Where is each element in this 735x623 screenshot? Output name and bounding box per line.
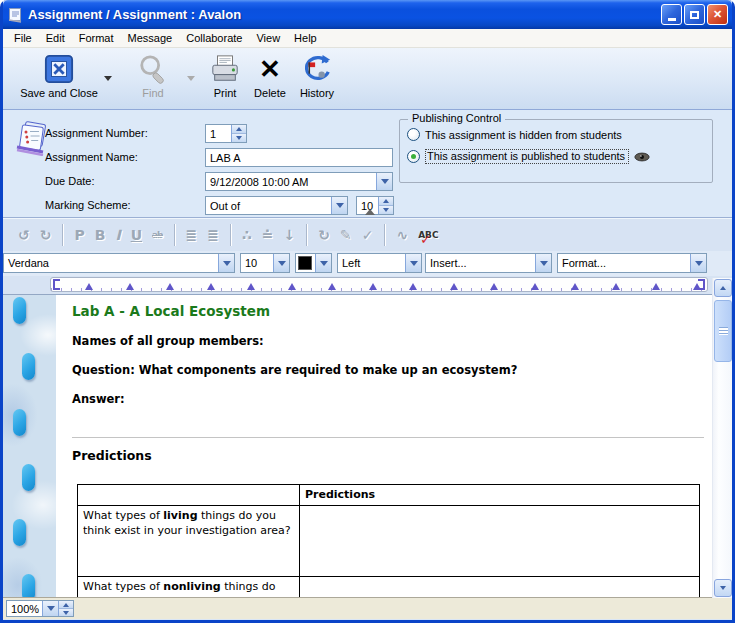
scroll-down-icon[interactable] bbox=[714, 579, 732, 597]
ruler-tab-marker-icon[interactable] bbox=[328, 283, 336, 290]
menu-help[interactable]: Help bbox=[287, 30, 324, 46]
delete-button[interactable]: ✕ Delete bbox=[247, 54, 293, 99]
header-cell-empty[interactable] bbox=[78, 485, 300, 506]
ruler-tab-marker-icon[interactable] bbox=[693, 283, 701, 290]
marking-scheme-dropdown-icon[interactable] bbox=[331, 197, 347, 214]
marking-points-stepper[interactable]: 10 bbox=[356, 196, 394, 215]
ruler-tab-marker-icon[interactable] bbox=[652, 283, 660, 290]
minimize-icon bbox=[668, 18, 676, 21]
undo-icon[interactable]: ↺ bbox=[18, 225, 30, 245]
due-date-dropdown-icon[interactable] bbox=[376, 173, 392, 190]
zoom-dropdown-icon[interactable] bbox=[42, 601, 58, 616]
font-color-combo[interactable] bbox=[295, 253, 332, 273]
edit-pencil-icon[interactable]: ✎ bbox=[340, 225, 352, 245]
ruler-bar[interactable] bbox=[50, 277, 708, 292]
minimize-button[interactable] bbox=[661, 4, 682, 25]
zoom-spinner-icon[interactable] bbox=[58, 601, 73, 616]
ruler-tab-marker-icon[interactable] bbox=[450, 283, 458, 290]
ruler-tab-marker-icon[interactable] bbox=[409, 283, 417, 290]
italic-icon[interactable]: I bbox=[115, 225, 120, 245]
published-option-row[interactable]: This assignment is published to students bbox=[407, 149, 650, 164]
redo-icon[interactable]: ↻ bbox=[40, 225, 52, 245]
font-family-dropdown-icon[interactable] bbox=[218, 254, 234, 272]
hidden-option-row[interactable]: This assignment is hidden from students bbox=[407, 128, 622, 141]
ruler-tab-marker-icon[interactable] bbox=[571, 283, 579, 290]
font-color-dropdown-icon[interactable] bbox=[315, 254, 331, 272]
menu-format[interactable]: Format bbox=[72, 30, 121, 46]
save-and-close-button[interactable]: Save and Close bbox=[13, 54, 105, 99]
assignment-name-input[interactable]: LAB A bbox=[205, 148, 393, 167]
ruler-tab-marker-icon[interactable] bbox=[166, 283, 174, 290]
menu-collaborate[interactable]: Collaborate bbox=[179, 30, 249, 46]
find-button[interactable]: Find bbox=[125, 54, 181, 99]
format-dropdown-icon[interactable] bbox=[690, 254, 706, 272]
approve-check-icon[interactable]: ✓ bbox=[362, 225, 374, 245]
line-spacing-icon[interactable]: ≐ bbox=[262, 225, 274, 245]
font-size-dropdown-icon[interactable] bbox=[273, 254, 289, 272]
plain-text-icon[interactable]: P bbox=[74, 225, 84, 245]
save-options-arrow-icon[interactable] bbox=[104, 76, 112, 81]
table-row: What types of living things do you think… bbox=[78, 506, 700, 577]
spellcheck-icon[interactable]: ABC ✓ bbox=[418, 225, 438, 245]
menu-edit[interactable]: Edit bbox=[39, 30, 72, 46]
insert-dropdown-icon[interactable] bbox=[535, 254, 551, 272]
hidden-radio-label[interactable]: This assignment is hidden from students bbox=[425, 129, 622, 141]
format-combo[interactable]: Format... bbox=[557, 253, 707, 273]
ruler-tab-marker-icon[interactable] bbox=[531, 283, 539, 290]
ruler-tab-marker-icon[interactable] bbox=[247, 283, 255, 290]
underline-icon[interactable]: U bbox=[131, 225, 142, 245]
menu-message[interactable]: Message bbox=[121, 30, 180, 46]
published-radio-label[interactable]: This assignment is published to students bbox=[425, 149, 629, 164]
menu-view[interactable]: View bbox=[249, 30, 287, 46]
document-area[interactable]: Lab A - A Local Ecosystem Names of all g… bbox=[3, 294, 732, 597]
ruler-tab-marker-icon[interactable] bbox=[126, 283, 134, 290]
vertical-scrollbar[interactable] bbox=[712, 278, 732, 598]
font-family-combo[interactable]: Verdana bbox=[3, 253, 235, 273]
menu-file[interactable]: File bbox=[7, 30, 39, 46]
title-bar[interactable]: Assignment / Assignment : Avalon ✕ bbox=[3, 0, 732, 29]
marking-scheme-combo[interactable]: Out of bbox=[205, 196, 348, 215]
ruler-tab-marker-icon[interactable] bbox=[85, 283, 93, 290]
marking-scheme-label: Marking Scheme: bbox=[45, 199, 131, 211]
move-down-icon[interactable]: ↓ bbox=[283, 225, 295, 245]
print-button[interactable]: Print bbox=[205, 54, 245, 99]
assignment-number-stepper[interactable]: 1 bbox=[205, 124, 247, 143]
ruler-tab-marker-icon[interactable] bbox=[490, 283, 498, 290]
question-cell-nonliving[interactable]: What types of nonliving things do you th… bbox=[78, 577, 300, 598]
quote-level-up-icon[interactable]: ≣ bbox=[186, 225, 198, 245]
revert-icon[interactable]: ↻ bbox=[318, 225, 330, 245]
bold-icon[interactable]: B bbox=[95, 225, 106, 245]
ruler-tab-marker-icon[interactable] bbox=[369, 283, 377, 290]
points-spinner-icon[interactable] bbox=[378, 197, 393, 214]
doc-line-answer: Answer: bbox=[72, 392, 704, 406]
paragraph-marks-icon[interactable]: ∴ bbox=[242, 225, 252, 245]
due-date-combo[interactable]: 9/12/2008 10:00 AM bbox=[205, 172, 393, 191]
ruler-left-margin-icon[interactable] bbox=[53, 279, 60, 290]
binding-dot bbox=[13, 409, 26, 436]
scrollbar-thumb[interactable] bbox=[714, 300, 732, 362]
maximize-button[interactable] bbox=[684, 4, 705, 25]
ruler-tab-marker-icon[interactable] bbox=[288, 283, 296, 290]
history-button[interactable]: History bbox=[293, 54, 341, 99]
question-cell-living[interactable]: What types of living things do you think… bbox=[78, 506, 300, 577]
quote-level-down-icon[interactable]: ≣ bbox=[207, 225, 219, 245]
published-radio[interactable] bbox=[407, 150, 420, 163]
align-combo[interactable]: Left bbox=[337, 253, 422, 273]
header-cell-predictions[interactable]: Predictions bbox=[300, 485, 700, 506]
ruler-tab-marker-icon[interactable] bbox=[207, 283, 215, 290]
strikethrough-icon[interactable]: ab bbox=[152, 225, 163, 245]
answer-cell[interactable] bbox=[300, 506, 700, 577]
signature-icon[interactable]: ∿ bbox=[396, 225, 408, 245]
ruler-tab-marker-icon[interactable] bbox=[612, 283, 620, 290]
font-size-combo[interactable]: 10 bbox=[240, 253, 290, 273]
number-spinner-icon[interactable] bbox=[231, 125, 246, 142]
scroll-up-icon[interactable] bbox=[714, 279, 732, 297]
zoom-control[interactable]: 100% bbox=[6, 600, 74, 617]
align-dropdown-icon[interactable] bbox=[405, 254, 421, 272]
document-content[interactable]: Lab A - A Local Ecosystem Names of all g… bbox=[72, 295, 704, 597]
close-button[interactable]: ✕ bbox=[707, 4, 728, 25]
answer-cell[interactable] bbox=[300, 577, 700, 598]
insert-combo[interactable]: Insert... bbox=[425, 253, 552, 273]
collapse-panel-arrow-icon[interactable] bbox=[365, 209, 375, 215]
hidden-radio[interactable] bbox=[407, 128, 420, 141]
